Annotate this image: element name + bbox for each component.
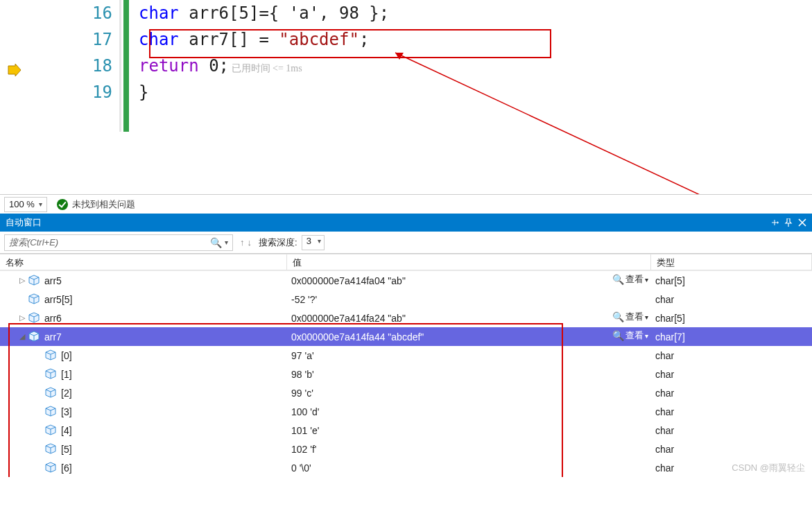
watermark: CSDN @雨翼轻尘 [732, 462, 805, 474]
variables-grid[interactable]: 名称 值 类型 ▷arr50x000000e7a414fa04 "ab"🔍查看 … [0, 254, 812, 477]
variable-row[interactable]: [1]98 'b'char [0, 365, 812, 383]
var-value: 0x000000e7a414fa44 "abcdef"🔍查看 ▾ [287, 327, 651, 346]
code-editor[interactable]: 16 17 18 19 char arr6[5]={ 'a', 98 }; ch… [0, 0, 812, 194]
var-type: char[5] [651, 271, 812, 290]
var-name: [6] [61, 462, 72, 474]
view-button[interactable]: 🔍查看 ▾ [612, 329, 648, 342]
var-value: 99 'c' [287, 383, 651, 402]
var-value: 101 'e' [287, 421, 651, 440]
var-value: 102 'f' [287, 440, 651, 458]
depth-select[interactable]: 3 [302, 235, 325, 250]
variable-icon [28, 331, 40, 343]
search-input[interactable]: 搜索(Ctrl+E) 🔍▾ [4, 234, 233, 251]
var-value: 0 '\0' [287, 458, 651, 477]
perf-hint: 已用时间 <= 1ms [229, 63, 302, 73]
expander-icon[interactable]: ◢ [17, 332, 28, 341]
var-name: [1] [61, 369, 72, 380]
variable-row[interactable]: [4]101 'e'char [0, 421, 812, 440]
chevron-down-icon: ▾ [645, 332, 648, 340]
variable-row[interactable]: [2]99 'c'char [0, 383, 812, 402]
variable-row[interactable]: [5]102 'f'char [0, 440, 812, 458]
chevron-down-icon: ▾ [645, 276, 648, 284]
col-value[interactable]: 值 [287, 254, 651, 270]
magnifier-icon: 🔍 [612, 330, 624, 341]
variable-row[interactable]: ◢arr70x000000e7a414fa44 "abcdef"🔍查看 ▾cha… [0, 327, 812, 346]
arrow-down-icon[interactable]: ↓ [248, 237, 252, 248]
expander-icon[interactable]: ▷ [17, 276, 28, 285]
var-type: char[7] [651, 327, 812, 346]
var-type: char [651, 402, 812, 421]
var-name: arr7 [44, 331, 62, 343]
chevron-down-icon[interactable]: ▾ [225, 239, 228, 246]
variable-row[interactable]: [6]0 '\0'char [0, 458, 812, 477]
var-name: arr6 [44, 313, 62, 324]
keyword: return [139, 56, 199, 76]
variable-row[interactable]: [0]97 'a'char [0, 346, 812, 365]
search-icon[interactable]: 🔍 [210, 237, 222, 248]
var-value: 97 'a' [287, 346, 651, 365]
var-type: char [651, 383, 812, 402]
variable-icon [44, 368, 57, 381]
line-numbers: 16 17 18 19 [69, 0, 118, 105]
variable-row[interactable]: ▷arr60x000000e7a414fa24 "ab"🔍查看 ▾char[5] [0, 309, 812, 327]
variable-icon [28, 293, 40, 306]
code-content[interactable]: char arr6[5]={ 'a', 98 }; char arr7[] = … [139, 0, 389, 105]
var-name: [5] [61, 444, 72, 455]
variable-row[interactable]: [3]100 'd'char [0, 402, 812, 421]
grid-header[interactable]: 名称 值 类型 [0, 254, 812, 270]
view-button[interactable]: 🔍查看 ▾ [612, 273, 648, 286]
close-icon[interactable] [798, 218, 806, 227]
check-icon [57, 199, 68, 210]
code-change-indicator [119, 0, 129, 132]
window-position-icon[interactable] [770, 218, 779, 227]
panel-header[interactable]: 自动窗口 [0, 214, 812, 232]
editor-footer: 100 % ▾ 未找到相关问题 [0, 194, 812, 214]
variable-icon [28, 312, 40, 324]
var-type: char[5] [651, 309, 812, 327]
variable-icon [44, 406, 57, 418]
expander-icon[interactable]: ▷ [17, 313, 28, 322]
var-type: char [651, 346, 812, 365]
variable-icon [44, 387, 57, 399]
variable-icon [44, 349, 57, 362]
col-type[interactable]: 类型 [651, 254, 812, 270]
var-value: 98 'b' [287, 365, 651, 383]
arrow-up-icon[interactable]: ↑ [240, 237, 245, 248]
var-value: 0x000000e7a414fa04 "ab"🔍查看 ▾ [287, 271, 651, 290]
search-nav[interactable]: ↑↓ [240, 237, 252, 248]
view-button[interactable]: 🔍查看 ▾ [612, 311, 648, 323]
depth-label: 搜索深度: [259, 236, 297, 249]
var-name: [2] [61, 388, 72, 399]
panel-title: 自动窗口 [6, 216, 42, 229]
magnifier-icon: 🔍 [612, 311, 624, 322]
chevron-down-icon: ▾ [645, 313, 648, 321]
var-name: arr5[5] [44, 294, 72, 305]
issue-status[interactable]: 未找到相关问题 [57, 198, 135, 211]
svg-line-0 [395, 53, 707, 194]
magnifier-icon: 🔍 [612, 274, 624, 285]
var-name: [4] [61, 425, 72, 436]
var-name: [3] [61, 406, 72, 417]
pin-icon[interactable] [784, 218, 793, 227]
var-type: char [651, 290, 812, 309]
col-name[interactable]: 名称 [0, 254, 287, 270]
variable-icon [44, 424, 57, 437]
variable-row[interactable]: arr5[5]-52 '?'char [0, 290, 812, 309]
zoom-combo[interactable]: 100 % ▾ [4, 197, 47, 212]
variable-row[interactable]: ▷arr50x000000e7a414fa04 "ab"🔍查看 ▾char[5] [0, 271, 812, 290]
var-value: -52 '?' [287, 290, 651, 309]
var-value: 0x000000e7a414fa24 "ab"🔍查看 ▾ [287, 309, 651, 327]
var-type: char [651, 365, 812, 383]
chevron-down-icon: ▾ [39, 200, 42, 208]
variable-icon [44, 462, 57, 474]
var-value: 100 'd' [287, 402, 651, 421]
variable-icon [28, 275, 40, 287]
variable-icon [44, 443, 57, 456]
execution-pointer-icon [7, 64, 22, 78]
panel-toolbar: 搜索(Ctrl+E) 🔍▾ ↑↓ 搜索深度: 3 [0, 232, 812, 254]
keyword: char [139, 30, 179, 49]
var-name: [0] [61, 350, 72, 361]
var-name: arr5 [44, 275, 62, 286]
var-type: char [651, 440, 812, 458]
string-literal: "abcdef" [279, 30, 359, 49]
